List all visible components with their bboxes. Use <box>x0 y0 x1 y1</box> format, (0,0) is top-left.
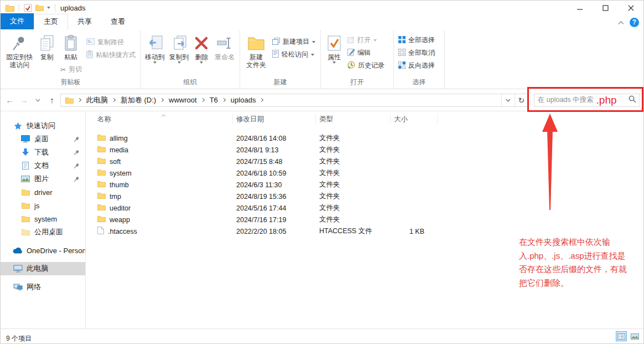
folder-light-icon <box>20 229 30 235</box>
search-input[interactable]: 在 uploads 中搜索 .php <box>534 94 640 107</box>
breadcrumb-drive-d[interactable]: 新加卷 (D:) <box>119 94 158 106</box>
customize-toolbar-chevron-icon[interactable] <box>47 7 50 9</box>
copy-path-button[interactable]: 复制路径 <box>84 36 138 49</box>
picture-icon <box>20 176 30 182</box>
address-bar[interactable]: 此电脑 新加卷 (D:) wwwroot T6 uploads ↻ <box>60 94 528 107</box>
delete-button[interactable]: 删除 <box>191 32 212 64</box>
collapse-ribbon-icon[interactable] <box>618 17 624 27</box>
chevron-right-icon <box>259 98 263 102</box>
file-row-thumb[interactable]: thumb 2024/6/3 11:30 文件夹 <box>86 179 643 191</box>
file-row-media[interactable]: media 2024/8/1 9:13 文件夹 <box>86 144 643 156</box>
column-header-date[interactable]: 修改日期 <box>233 114 316 124</box>
sidebar-item-js[interactable]: js <box>1 199 85 212</box>
sidebar-item-driver[interactable]: driver <box>1 186 85 199</box>
sidebar-item-this-pc[interactable]: 此电脑 <box>1 262 85 275</box>
divider <box>55 4 55 12</box>
details-view-button[interactable] <box>616 331 627 341</box>
copy-button[interactable]: 复制 <box>36 32 58 61</box>
invert-selection-icon <box>398 61 406 70</box>
invert-selection-button[interactable]: 反向选择 <box>396 59 437 72</box>
edit-button[interactable]: 编辑 <box>345 47 387 59</box>
download-icon <box>20 148 30 156</box>
sidebar-item-downloads[interactable]: 下载 <box>1 146 85 159</box>
new-folder-icon <box>248 33 264 53</box>
new-item-button[interactable]: 新建项目 <box>270 35 318 48</box>
file-row-system[interactable]: system 2024/6/18 10:59 文件夹 <box>86 167 643 179</box>
file-row-weapp[interactable]: weapp 2024/7/16 17:19 文件夹 <box>86 214 643 225</box>
column-header-type[interactable]: 类型 <box>316 114 391 124</box>
explorer-window: uploads 文件 主页 共享 查看 ? 固定到快 速 <box>0 0 644 344</box>
history-clock-icon <box>347 61 355 70</box>
tab-view[interactable]: 查看 <box>101 14 134 29</box>
file-icon <box>97 227 104 236</box>
paste-button[interactable]: 粘贴 <box>58 32 84 61</box>
file-row-soft[interactable]: soft 2024/7/15 8:48 文件夹 <box>86 156 643 167</box>
ribbon-group-open: 属性 打开 编辑 历史记录 <box>321 30 394 89</box>
move-to-icon <box>147 33 163 53</box>
sidebar-item-network[interactable]: 网络 <box>1 280 85 294</box>
column-header-name[interactable]: 名称 <box>86 114 233 124</box>
refresh-icon[interactable]: ↻ <box>515 94 528 106</box>
sidebar-item-public-desktop[interactable]: 公用桌面 <box>1 225 85 239</box>
select-all-button[interactable]: 全部选择 <box>396 34 437 47</box>
select-none-button[interactable]: 全部取消 <box>396 47 437 59</box>
help-icon[interactable]: ? <box>630 18 639 27</box>
pin-to-quick-access-button[interactable]: 固定到快 速访问 <box>3 32 36 69</box>
breadcrumb-uploads[interactable]: uploads <box>229 95 258 105</box>
search-typed-text: .php <box>596 95 617 106</box>
minimize-button[interactable] <box>567 1 593 15</box>
ribbon-group-select: 全部选择 全部取消 反向选择 选择 <box>394 30 445 89</box>
file-row-allimg[interactable]: allimg 2024/8/16 14:08 文件夹 <box>86 132 643 144</box>
chevron-right-icon <box>77 98 81 102</box>
tab-file[interactable]: 文件 <box>1 13 34 29</box>
address-dropdown-icon[interactable] <box>501 94 515 106</box>
move-to-button[interactable]: 移动到 <box>143 32 167 64</box>
recent-locations-chevron-icon[interactable] <box>31 93 45 107</box>
copy-to-button[interactable]: 复制到 <box>167 32 191 64</box>
close-button[interactable] <box>618 1 643 15</box>
ribbon: 固定到快 速访问 复制 粘贴 <box>1 29 643 89</box>
back-button[interactable]: ← <box>3 93 17 107</box>
paste-shortcut-icon <box>86 50 93 60</box>
properties-button[interactable]: 属性 <box>323 32 345 64</box>
dropdown-arrow-icon <box>200 61 203 64</box>
up-button[interactable]: ↑ <box>45 93 59 107</box>
column-header-size[interactable]: 大小 <box>391 114 438 124</box>
breadcrumb-wwwroot[interactable]: wwwroot <box>167 95 199 105</box>
maximize-button[interactable] <box>593 1 618 15</box>
folder-icon <box>97 192 106 201</box>
breadcrumb-this-pc[interactable]: 此电脑 <box>85 94 110 106</box>
large-icons-view-button[interactable] <box>629 331 640 341</box>
open-button[interactable]: 打开 <box>345 34 387 47</box>
easy-access-button[interactable]: 轻松访问 <box>270 48 318 61</box>
breadcrumb: 此电脑 新加卷 (D:) wwwroot T6 uploads <box>61 94 501 106</box>
breadcrumb-t6[interactable]: T6 <box>208 95 220 105</box>
sidebar-item-system[interactable]: system <box>1 212 85 225</box>
desktop-icon <box>20 135 30 143</box>
dropdown-arrow-icon <box>178 61 181 64</box>
history-button[interactable]: 历史记录 <box>345 59 387 72</box>
select-all-icon <box>398 36 406 45</box>
cut-button[interactable]: ✂ 剪切 <box>58 63 84 76</box>
file-row-ueditor[interactable]: ueditor 2024/5/16 17:44 文件夹 <box>86 202 643 214</box>
sidebar-item-onedrive[interactable]: OneDrive - Persona <box>1 244 85 257</box>
file-row-tmp[interactable]: tmp 2024/8/19 15:36 文件夹 <box>86 191 643 202</box>
group-label-select: 选择 <box>394 77 444 89</box>
new-folder-quick-icon[interactable] <box>35 4 44 11</box>
ribbon-tabs: 文件 主页 共享 查看 ? <box>1 15 643 29</box>
tab-home[interactable]: 主页 <box>34 14 68 29</box>
sidebar-item-pictures[interactable]: 图片 <box>1 172 85 186</box>
sidebar-item-desktop[interactable]: 桌面 <box>1 132 85 146</box>
sidebar-item-quick-access[interactable]: 快速访问 <box>1 119 85 132</box>
properties-quick-icon[interactable] <box>24 4 32 12</box>
pin-icon <box>74 176 80 184</box>
pin-icon <box>74 162 80 171</box>
forward-button[interactable]: → <box>17 93 30 107</box>
rename-button[interactable]: 重命名 <box>212 32 237 61</box>
paste-shortcut-button[interactable]: 粘贴快捷方式 <box>84 49 138 61</box>
sidebar-item-documents[interactable]: 文档 <box>1 159 85 172</box>
column-headers: 名称 修改日期 类型 大小 <box>86 112 643 126</box>
folder-icon <box>97 134 106 142</box>
new-folder-button[interactable]: 新建 文件夹 <box>242 32 270 69</box>
tab-share[interactable]: 共享 <box>68 14 101 29</box>
